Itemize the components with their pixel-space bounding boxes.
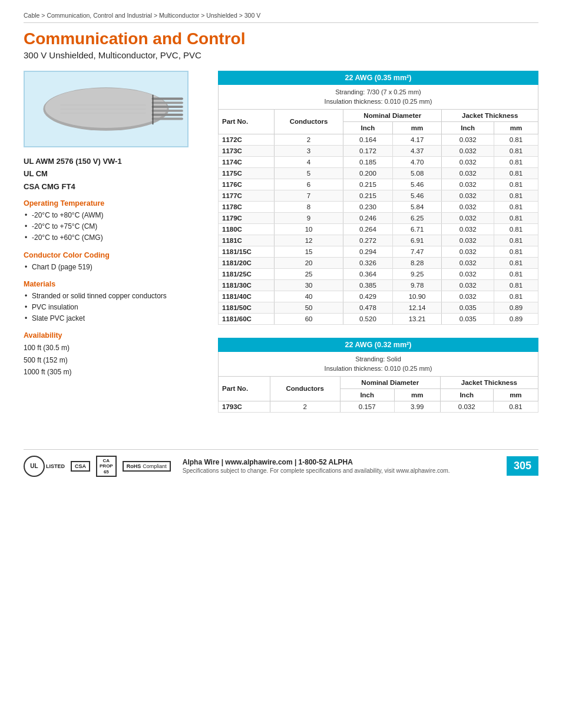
cell-cond: 15 bbox=[274, 246, 343, 257]
cell-j-inch: 0.032 bbox=[442, 201, 494, 212]
cell-j-inch: 0.032 bbox=[442, 257, 494, 268]
cell-j-mm: 0.89 bbox=[494, 302, 538, 313]
cell-j-inch: 0.032 bbox=[442, 279, 494, 291]
cell-j-mm: 0.89 bbox=[494, 313, 538, 324]
table2-body: 1793C 2 0.157 3.99 0.032 0.81 bbox=[219, 401, 538, 412]
cell-mm: 9.78 bbox=[392, 279, 442, 291]
cell-j-inch: 0.032 bbox=[442, 145, 494, 156]
cell-j-inch: 0.035 bbox=[442, 313, 494, 324]
cell-j-mm: 0.81 bbox=[494, 257, 538, 268]
svg-rect-8 bbox=[152, 117, 183, 120]
csa-badge: CSA bbox=[71, 461, 90, 472]
cell-cond: 5 bbox=[274, 167, 343, 179]
cell-j-mm: 0.81 bbox=[494, 145, 538, 156]
page-number: 305 bbox=[507, 456, 538, 476]
cell-cond: 2 bbox=[274, 134, 343, 145]
list-item: -20°C to +75°C (CM) bbox=[24, 221, 200, 232]
cell-j-mm: 0.81 bbox=[494, 235, 538, 246]
cell-inch: 0.185 bbox=[343, 156, 393, 167]
cell-mm: 13.21 bbox=[392, 313, 442, 324]
table2-section: 22 AWG (0.32 mm²) Stranding: Solid Insul… bbox=[218, 338, 538, 413]
cell-partno: 1172C bbox=[219, 134, 275, 145]
cell-j-mm: 0.81 bbox=[494, 246, 538, 257]
cell-j-inch: 0.032 bbox=[442, 179, 494, 190]
table-row: 1179C 9 0.246 6.25 0.032 0.81 bbox=[219, 212, 538, 223]
color-coding-list: Chart D (page 519) bbox=[24, 262, 200, 273]
ca-prop65-badge: CA PROP 65 bbox=[96, 456, 117, 477]
spec-line-1: UL AWM 2576 (150 V) VW-1 bbox=[24, 156, 200, 167]
table2: Part No. Conductors Nominal Diameter Jac… bbox=[218, 376, 538, 413]
cell-cond: 2 bbox=[270, 401, 340, 412]
table-row: 1181/50C 50 0.478 12.14 0.035 0.89 bbox=[219, 302, 538, 313]
cell-j-inch: 0.032 bbox=[442, 223, 494, 235]
cell-cond: 4 bbox=[274, 156, 343, 167]
cell-cond: 20 bbox=[274, 257, 343, 268]
list-item: Chart D (page 519) bbox=[24, 262, 200, 273]
cell-partno: 1173C bbox=[219, 145, 275, 156]
table-row: 1180C 10 0.264 6.71 0.032 0.81 bbox=[219, 223, 538, 235]
ul-listed-text: LISTED bbox=[46, 463, 65, 469]
page-subtitle: 300 V Unshielded, Multiconductor, PVC, P… bbox=[24, 50, 538, 60]
cable-image bbox=[24, 71, 189, 147]
svg-point-2 bbox=[45, 88, 167, 128]
cell-j-mm: 0.81 bbox=[494, 212, 538, 223]
cell-inch: 0.230 bbox=[343, 201, 393, 212]
cell-inch: 0.157 bbox=[340, 401, 394, 412]
cell-inch: 0.294 bbox=[343, 246, 393, 257]
cell-j-mm: 0.81 bbox=[494, 156, 538, 167]
cell-mm: 4.17 bbox=[392, 134, 442, 145]
table1-header: 22 AWG (0.35 mm²) bbox=[218, 71, 538, 85]
cell-partno: 1181/40C bbox=[219, 291, 275, 302]
cell-partno: 1181/25C bbox=[219, 268, 275, 279]
table-row: 1173C 3 0.172 4.37 0.032 0.81 bbox=[219, 145, 538, 156]
cell-partno: 1178C bbox=[219, 201, 275, 212]
cell-cond: 30 bbox=[274, 279, 343, 291]
table1: Part No. Conductors Nominal Diameter Jac… bbox=[218, 109, 538, 325]
cell-cond: 25 bbox=[274, 268, 343, 279]
cell-mm: 4.70 bbox=[392, 156, 442, 167]
footer-contact: Alpha Wire | www.alphawire.com | 1-800-5… bbox=[183, 458, 507, 466]
prop-num: 65 bbox=[104, 469, 109, 475]
cell-j-mm: 0.81 bbox=[494, 279, 538, 291]
cell-cond: 40 bbox=[274, 291, 343, 302]
cell-j-mm: 0.81 bbox=[494, 190, 538, 201]
table-row: 1178C 8 0.230 5.84 0.032 0.81 bbox=[219, 201, 538, 212]
cell-inch: 0.200 bbox=[343, 167, 393, 179]
svg-rect-7 bbox=[152, 113, 183, 116]
cell-inch: 0.520 bbox=[343, 313, 393, 324]
ul-badge: UL LISTED bbox=[24, 456, 65, 477]
col-conductors-header2: Conductors bbox=[270, 376, 340, 401]
cell-inch: 0.326 bbox=[343, 257, 393, 268]
cell-inch: 0.364 bbox=[343, 268, 393, 279]
materials-list: Stranded or solid tinned copper conducto… bbox=[24, 291, 200, 325]
footer-note: Specifications subject to change. For co… bbox=[183, 467, 507, 474]
cell-partno: 1181/50C bbox=[219, 302, 275, 313]
cell-mm: 12.14 bbox=[392, 302, 442, 313]
table-row: 1172C 2 0.164 4.17 0.032 0.81 bbox=[219, 134, 538, 145]
cell-partno: 1180C bbox=[219, 223, 275, 235]
avail-line-2: 500 ft (152 m) bbox=[24, 354, 200, 366]
cell-mm: 5.46 bbox=[392, 179, 442, 190]
svg-rect-3 bbox=[152, 97, 183, 100]
cell-inch: 0.478 bbox=[343, 302, 393, 313]
footer-logos: UL LISTED CSA CA PROP 65 RoHS Compliant bbox=[24, 456, 171, 477]
table-row: 1181/20C 20 0.326 8.28 0.032 0.81 bbox=[219, 257, 538, 268]
table1-body: 1172C 2 0.164 4.17 0.032 0.81 1173C 3 0.… bbox=[219, 134, 538, 324]
cell-j-mm: 0.81 bbox=[494, 179, 538, 190]
cell-cond: 7 bbox=[274, 190, 343, 201]
prop-text: PROP bbox=[100, 463, 113, 469]
cell-partno: 1181/60C bbox=[219, 313, 275, 324]
cell-partno: 1174C bbox=[219, 156, 275, 167]
cell-cond: 9 bbox=[274, 212, 343, 223]
cell-partno: 1175C bbox=[219, 167, 275, 179]
cell-mm: 5.46 bbox=[392, 190, 442, 201]
table-row: 1181/15C 15 0.294 7.47 0.032 0.81 bbox=[219, 246, 538, 257]
col-partno-header2: Part No. bbox=[219, 376, 270, 401]
cell-j-mm: 0.81 bbox=[494, 291, 538, 302]
rohs-badge: RoHS Compliant bbox=[123, 461, 171, 472]
cell-j-inch: 0.032 bbox=[442, 268, 494, 279]
col-nd-inch: Inch bbox=[343, 121, 393, 134]
table-row: 1181/25C 25 0.364 9.25 0.032 0.81 bbox=[219, 268, 538, 279]
spec-line-3: CSA CMG FT4 bbox=[24, 181, 200, 193]
cell-j-mm: 0.81 bbox=[493, 401, 538, 412]
